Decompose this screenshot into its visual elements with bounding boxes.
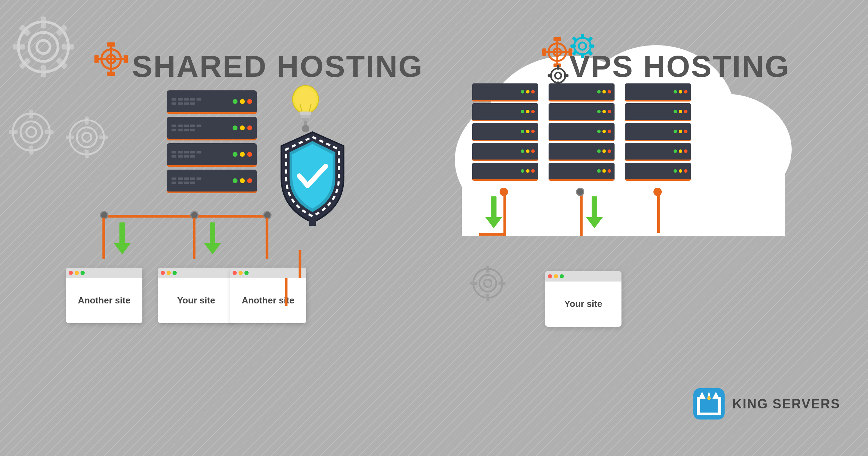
- vps-drop-1: [503, 191, 506, 236]
- svg-rect-23: [66, 136, 74, 139]
- browser-your-site-vps: Your site: [545, 271, 621, 327]
- svg-rect-82: [486, 294, 490, 301]
- svg-point-12: [20, 121, 42, 143]
- svg-rect-14: [29, 110, 33, 119]
- king-servers-badge-icon: [692, 386, 726, 421]
- svg-rect-35: [300, 112, 311, 115]
- browser-another-site-left: Another site: [66, 268, 142, 323]
- svg-rect-4: [41, 65, 46, 77]
- svg-rect-77: [564, 74, 568, 77]
- another-site-left-label: Another site: [78, 295, 131, 307]
- svg-point-80: [484, 279, 492, 287]
- svg-rect-5: [13, 44, 25, 49]
- vps-green-arrow-2: [586, 196, 603, 228]
- svg-rect-70: [572, 50, 578, 56]
- king-servers-text: KING SERVERS: [733, 397, 840, 412]
- svg-rect-58: [553, 37, 561, 41]
- svg-point-72: [551, 68, 566, 83]
- svg-rect-32: [124, 55, 128, 63]
- shield-line-left: [285, 278, 287, 306]
- svg-rect-36: [301, 115, 310, 118]
- svg-rect-31: [94, 55, 99, 63]
- svg-point-11: [13, 114, 50, 150]
- svg-rect-86: [697, 397, 700, 414]
- vps-conn-dot-1: [500, 188, 508, 196]
- vps-server-col-1: [472, 83, 538, 181]
- browser-another-site-right: Another site: [230, 268, 306, 323]
- vps-drop-3: [657, 191, 660, 233]
- gear-bottom-vps-icon: [469, 264, 507, 302]
- svg-rect-15: [29, 146, 33, 154]
- svg-rect-60: [542, 48, 546, 56]
- svg-rect-74: [557, 65, 560, 70]
- drop-left: [102, 218, 105, 259]
- svg-rect-67: [589, 44, 594, 48]
- king-servers-logo: KING SERVERS: [692, 386, 840, 421]
- your-site-shared-label: Your site: [177, 295, 215, 307]
- shared-heading: SHARED HOSTING: [132, 49, 423, 84]
- svg-point-18: [70, 120, 104, 155]
- shared-server-tower: [167, 90, 257, 193]
- shared-conn-horizontal: [104, 215, 267, 218]
- svg-rect-29: [107, 42, 115, 47]
- svg-rect-6: [62, 44, 74, 49]
- browser-your-site-shared: Your site: [158, 268, 234, 323]
- svg-point-78: [473, 269, 502, 298]
- drop-center: [193, 218, 195, 259]
- lightbulb-icon: [285, 80, 326, 136]
- svg-rect-71: [587, 50, 593, 56]
- drop-right: [266, 218, 268, 259]
- vps-server-col-3: [625, 83, 691, 181]
- vps-conn-dot-2: [576, 188, 584, 196]
- cyan-gear-vps-icon: [569, 33, 595, 59]
- orange-gear-icon: [94, 42, 128, 76]
- svg-rect-87: [718, 397, 721, 414]
- svg-rect-84: [499, 282, 506, 285]
- svg-point-79: [479, 275, 496, 292]
- svg-rect-30: [107, 72, 115, 76]
- green-arrow-center: [204, 222, 221, 254]
- vps-horiz-1: [479, 233, 506, 236]
- gear-medium-right-icon: [64, 115, 109, 160]
- svg-point-13: [26, 127, 36, 137]
- svg-point-63: [579, 42, 586, 50]
- svg-rect-69: [587, 36, 593, 42]
- svg-rect-42: [309, 219, 316, 226]
- vps-green-arrow-1: [485, 196, 502, 228]
- svg-rect-3: [41, 17, 46, 28]
- svg-rect-81: [486, 266, 490, 272]
- svg-rect-65: [581, 53, 584, 58]
- vps-conn-dot-3: [653, 188, 662, 196]
- svg-rect-68: [572, 36, 578, 42]
- svg-point-20: [82, 133, 91, 142]
- vps-heading: VPS HOSTING: [569, 49, 790, 84]
- svg-rect-66: [570, 44, 576, 48]
- svg-point-2: [37, 40, 50, 54]
- svg-rect-64: [581, 34, 584, 39]
- svg-rect-83: [470, 282, 477, 285]
- svg-rect-24: [99, 136, 107, 139]
- svg-rect-76: [548, 74, 552, 77]
- vps-drop-2: [580, 191, 583, 236]
- svg-point-19: [77, 127, 97, 147]
- svg-point-34: [295, 88, 316, 111]
- gear-medium-left-icon: [7, 108, 56, 156]
- your-site-vps-label: Your site: [564, 298, 602, 310]
- gear-large-icon: [10, 14, 76, 80]
- svg-rect-21: [85, 116, 89, 124]
- shield-line-down: [299, 250, 301, 278]
- svg-rect-37: [302, 118, 309, 121]
- svg-rect-22: [85, 150, 89, 158]
- svg-rect-16: [9, 130, 18, 134]
- svg-rect-17: [45, 130, 53, 134]
- green-arrow-left: [114, 222, 131, 254]
- shield-icon: [274, 129, 351, 226]
- orange-gear-vps-icon: [542, 36, 573, 68]
- svg-rect-88: [697, 413, 721, 415]
- svg-point-73: [555, 72, 561, 79]
- svg-point-1: [29, 32, 58, 62]
- vps-server-col-2: [549, 83, 615, 181]
